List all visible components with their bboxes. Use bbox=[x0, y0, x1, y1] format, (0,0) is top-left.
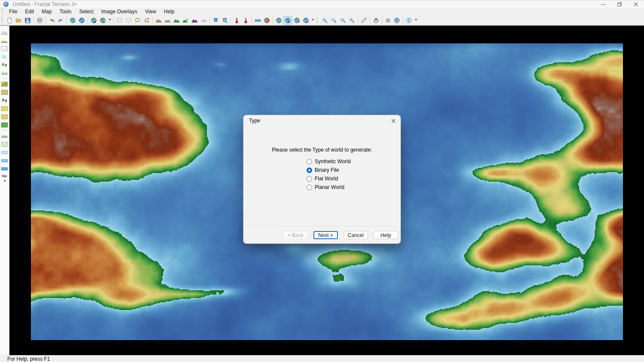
fill-basins-button[interactable] bbox=[211, 16, 220, 24]
temperature-alt-button[interactable] bbox=[241, 16, 250, 24]
menu-item-select[interactable]: Select bbox=[75, 8, 97, 15]
dropdown-caret-button[interactable] bbox=[107, 16, 112, 24]
dialog-prompt: Please select the Type of world to gener… bbox=[243, 147, 401, 153]
globe-marker-right-button[interactable] bbox=[292, 16, 301, 24]
menu-item-view[interactable]: View bbox=[141, 8, 160, 15]
print-button[interactable] bbox=[35, 16, 44, 24]
globe-grid-button[interactable] bbox=[392, 16, 401, 24]
lower-terrain-icon bbox=[164, 17, 171, 24]
palette-bar-blue-button[interactable] bbox=[0, 156, 9, 164]
palette-stipple-green-button[interactable] bbox=[0, 140, 9, 148]
back-button[interactable]: < Back bbox=[283, 231, 308, 239]
cancel-button[interactable]: Cancel bbox=[343, 231, 368, 239]
terrain-palette-dock: No◂ bbox=[0, 26, 9, 355]
radio-binary-file[interactable] bbox=[307, 167, 312, 173]
lower-terrain-button[interactable] bbox=[163, 16, 172, 24]
toolbar-separator bbox=[370, 17, 370, 24]
paint-land-button[interactable] bbox=[172, 16, 181, 24]
radio-flat-world[interactable] bbox=[307, 176, 312, 182]
menu-item-tools[interactable]: Tools bbox=[55, 8, 75, 15]
radio-planar-world[interactable] bbox=[307, 185, 312, 190]
info-button[interactable] bbox=[404, 16, 413, 24]
hills-khaki-icon bbox=[1, 37, 8, 43]
undo-button[interactable] bbox=[47, 16, 56, 24]
toolbar-separator bbox=[358, 17, 358, 24]
open-folder-button[interactable] bbox=[14, 16, 23, 24]
menu-item-edit[interactable]: Edit bbox=[21, 8, 38, 15]
undo-icon bbox=[49, 17, 55, 24]
palette-stripes-green-yellow-button[interactable] bbox=[0, 80, 9, 88]
dialog-close-button[interactable] bbox=[389, 117, 397, 125]
world-palette-button[interactable] bbox=[98, 16, 107, 24]
palette-trees-green-button[interactable] bbox=[0, 61, 9, 69]
world-render-button[interactable] bbox=[89, 16, 98, 24]
palette-stipple-yellow-button[interactable] bbox=[0, 113, 9, 121]
dropdown-caret-button[interactable] bbox=[413, 16, 418, 24]
climate-globe-icon bbox=[264, 17, 270, 24]
radio-option-synthetic-world[interactable]: Synthetic World bbox=[307, 157, 351, 166]
toolbar-grip[interactable] bbox=[2, 17, 4, 23]
zoom-arrow-out-button[interactable] bbox=[347, 16, 356, 24]
redo-button[interactable] bbox=[56, 16, 65, 24]
palette-square-khaki-button[interactable] bbox=[0, 88, 9, 96]
radio-option-flat-world[interactable]: Flat World bbox=[307, 174, 351, 183]
zoom-out-button[interactable] bbox=[329, 16, 338, 24]
menu-item-map[interactable]: Map bbox=[38, 8, 55, 15]
dropdown-caret-button[interactable] bbox=[310, 16, 315, 24]
info-icon bbox=[406, 17, 412, 24]
world-globe-alt-button[interactable] bbox=[77, 16, 86, 24]
menubar-grip[interactable] bbox=[2, 9, 4, 15]
paint-scrub-button[interactable] bbox=[199, 16, 208, 24]
globe-pan-button[interactable] bbox=[274, 16, 283, 24]
toolbar-separator bbox=[231, 17, 231, 24]
radio-option-planar-world[interactable]: Planar World bbox=[307, 183, 351, 192]
globe-marker-bottom-button[interactable] bbox=[301, 16, 310, 24]
palette-grass-green-button[interactable] bbox=[0, 69, 9, 77]
fill-basins-alt-button[interactable] bbox=[220, 16, 229, 24]
toolbar-band bbox=[315, 15, 418, 25]
pan-hand-button[interactable] bbox=[371, 16, 380, 24]
toolbar-grip[interactable] bbox=[317, 17, 319, 23]
minimize-button[interactable] bbox=[595, 0, 611, 8]
palette-hills-khaki-button[interactable] bbox=[0, 36, 9, 44]
select-polygon-button[interactable] bbox=[142, 16, 151, 24]
help-button[interactable]: Help bbox=[374, 231, 398, 239]
palette-square-green-button[interactable] bbox=[0, 121, 9, 129]
menu-item-image-overlays[interactable]: Image Overlays bbox=[97, 8, 141, 15]
next-button[interactable]: Next > bbox=[313, 231, 338, 239]
palette-mountains-gray-button[interactable] bbox=[0, 28, 9, 36]
menu-item-help[interactable]: Help bbox=[160, 8, 179, 15]
world-globe-button[interactable] bbox=[68, 16, 77, 24]
palette-grass-dark-button[interactable] bbox=[0, 132, 9, 140]
select-ellipse-button[interactable] bbox=[124, 16, 133, 24]
palette-bar-mediumblue-button[interactable] bbox=[0, 164, 9, 173]
close-button[interactable] bbox=[628, 0, 644, 8]
grid-button[interactable] bbox=[383, 16, 392, 24]
palette-stipple-gray-button[interactable] bbox=[0, 44, 9, 52]
new-document-button[interactable] bbox=[5, 16, 14, 24]
raise-terrain-button[interactable] bbox=[154, 16, 163, 24]
paint-mountains-button[interactable] bbox=[190, 16, 199, 24]
restore-button[interactable] bbox=[611, 0, 628, 8]
radio-synthetic-world[interactable] bbox=[307, 159, 312, 164]
status-bar: For Help, press F1 bbox=[0, 355, 644, 362]
globe-grid-icon bbox=[394, 17, 400, 24]
eraser-pencil-button[interactable] bbox=[359, 16, 368, 24]
palette-square-yellow-button[interactable] bbox=[0, 104, 9, 113]
globe-zoom-map-button[interactable] bbox=[283, 16, 292, 24]
palette-bar-lightblue-button[interactable] bbox=[0, 148, 9, 156]
palette-waves-cyan-button[interactable] bbox=[0, 52, 9, 61]
zoom-in-button[interactable] bbox=[320, 16, 329, 24]
palette-trees-dark-button[interactable] bbox=[0, 96, 9, 104]
climate-globe-button[interactable] bbox=[262, 16, 271, 24]
palette-collapse-arrow[interactable]: ◂ bbox=[3, 179, 5, 183]
radio-option-binary-file[interactable]: Binary File bbox=[307, 166, 351, 174]
save-file-button[interactable] bbox=[23, 16, 32, 24]
menu-item-file[interactable]: File bbox=[5, 8, 21, 15]
select-lasso-button[interactable] bbox=[133, 16, 142, 24]
sea-level-button[interactable] bbox=[253, 16, 262, 24]
paint-land-arrow-button[interactable] bbox=[181, 16, 190, 24]
zoom-arrow-in-button[interactable] bbox=[338, 16, 347, 24]
select-rectangle-button[interactable] bbox=[115, 16, 124, 24]
temperature-button[interactable] bbox=[232, 16, 241, 24]
